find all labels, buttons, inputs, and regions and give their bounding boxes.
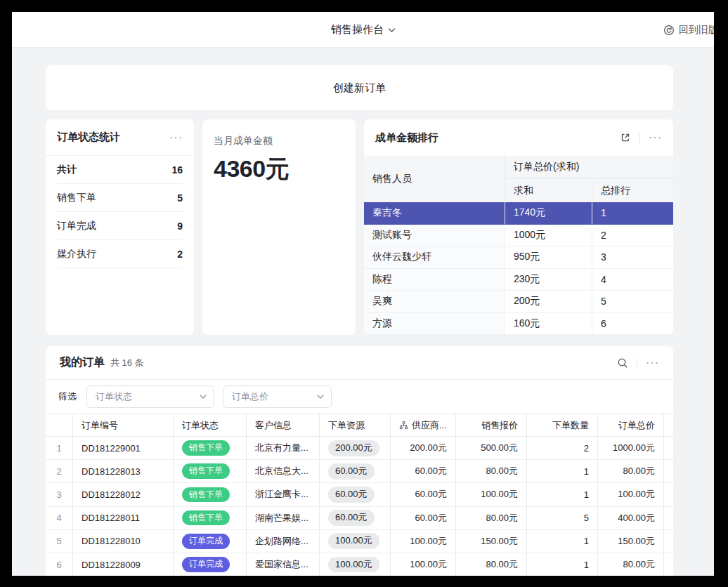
restore-icon <box>663 25 675 36</box>
orders-count: 共 16 条 <box>110 357 144 369</box>
status-row[interactable]: 共计 16 <box>57 156 183 184</box>
ranking-rank-cell: 6 <box>592 313 673 336</box>
ranking-sum-cell: 950元 <box>505 246 592 269</box>
ranking-row[interactable]: 测试账号 1000元 2 <box>364 225 673 247</box>
order-row[interactable]: 3 DD181228012 销售下单 浙江金鹰卡... 60.00元 60.00… <box>46 483 673 506</box>
order-supplier: 60.00元 <box>391 507 456 530</box>
filter-selects: 订单状态 订单总价 <box>86 385 332 408</box>
order-index: 5 <box>46 530 73 553</box>
filter-select-placeholder: 订单总价 <box>232 390 268 403</box>
open-in-new-icon <box>620 132 631 143</box>
chevron-down-icon <box>200 395 207 399</box>
ranking-person-cell: 陈程 <box>364 269 505 291</box>
order-quote: 500.00元 <box>456 437 527 460</box>
filter-select[interactable]: 订单总价 <box>223 385 332 408</box>
ranking-row[interactable]: 陈程 230元 4 <box>364 269 673 291</box>
search-button[interactable] <box>617 357 628 369</box>
order-resource-cell: 200.00元 <box>320 437 391 460</box>
order-supplier: 100.00元 <box>391 530 456 553</box>
column-resource: 下单资源 <box>320 414 391 437</box>
filter-select-placeholder: 订单状态 <box>96 390 132 403</box>
resource-badge: 60.00元 <box>328 463 375 480</box>
order-supplier: 60.00元 <box>391 460 456 483</box>
ranking-row[interactable]: 方源 160元 6 <box>364 313 673 336</box>
status-badge: 订单完成 <box>182 557 230 572</box>
order-total: 150.00元 <box>598 530 664 553</box>
create-order-button[interactable]: 创建新订单 <box>46 65 673 110</box>
order-qty: 1 <box>527 530 598 553</box>
ranking-row[interactable]: 秦吉冬 1740元 1 <box>364 202 673 225</box>
more-menu-icon[interactable]: ··· <box>649 132 662 143</box>
ranking-rank-cell: 1 <box>592 202 673 225</box>
order-customer: 企划路网络... <box>247 530 320 553</box>
screenshot-frame: 销售操作台 回到旧版 创建新订单 订单状态统计 <box>0 0 728 587</box>
order-total: 400.00元 <box>598 507 664 530</box>
order-row[interactable]: 2 DD181228013 销售下单 北京信息大... 60.00元 60.00… <box>46 460 673 483</box>
expand-button[interactable] <box>620 132 631 143</box>
order-status-widget: 订单状态统计 ··· 共计 16 销售下单 5 订单完成 9 媒介执行 2 <box>46 119 194 335</box>
order-total: 80.00元 <box>598 553 664 576</box>
status-row-label: 共计 <box>57 164 77 176</box>
divider <box>637 358 637 368</box>
orders-table-header: 订单编号 订单状态 客户信息 下单资源 供应商... <box>46 414 673 437</box>
status-row-value: 9 <box>177 220 183 232</box>
order-row[interactable]: 5 DD181228010 订单完成 企划路网络... 100.00元 100.… <box>46 530 673 553</box>
order-row[interactable]: 6 DD181228009 订单完成 爱国家信息... 100.00元 100.… <box>46 553 673 576</box>
order-index: 1 <box>46 437 73 460</box>
status-row-value: 2 <box>177 249 183 260</box>
my-orders-widget: 我的订单 共 16 条 ··· <box>46 346 673 576</box>
order-row[interactable]: 1 DD181229001 销售下单 北京有力量... 200.00元 200.… <box>46 437 673 460</box>
orders-title: 我的订单 <box>60 355 105 370</box>
order-extra <box>664 460 673 483</box>
order-status-cell: 销售下单 <box>174 437 247 460</box>
filter-select[interactable]: 订单状态 <box>86 385 214 408</box>
status-row[interactable]: 订单完成 9 <box>57 212 183 240</box>
order-row[interactable]: 4 DD181228011 销售下单 湖南芒果娱... 60.00元 60.00… <box>46 507 673 530</box>
page-title: 销售操作台 <box>331 23 384 37</box>
status-row[interactable]: 媒介执行 2 <box>57 240 183 268</box>
status-row-value: 16 <box>171 164 183 176</box>
ranking-person-cell: 测试账号 <box>364 225 505 247</box>
ranking-row[interactable]: 吴爽 200元 5 <box>364 291 673 313</box>
order-no: DD181228013 <box>73 460 174 483</box>
order-extra <box>664 507 673 530</box>
more-menu-icon[interactable]: ··· <box>169 132 183 143</box>
ranking-rank-cell: 3 <box>592 246 673 269</box>
resource-badge: 60.00元 <box>328 510 375 526</box>
order-status-cell: 订单完成 <box>174 530 247 553</box>
status-badge: 销售下单 <box>182 510 230 526</box>
status-row[interactable]: 销售下单 5 <box>57 184 183 212</box>
more-menu-icon[interactable]: ··· <box>646 357 659 369</box>
resource-badge: 100.00元 <box>328 557 379 573</box>
ranking-rank-cell: 2 <box>592 225 673 247</box>
order-customer: 爱国家信息... <box>247 553 320 576</box>
ranking-widget: 成单金额排行 ··· <box>364 119 673 335</box>
back-to-old-version-button[interactable]: 回到旧版 <box>663 12 714 48</box>
column-supplier-label: 供应商... <box>412 419 447 432</box>
order-supplier: 60.00元 <box>391 483 456 506</box>
topbar: 销售操作台 回到旧版 <box>12 12 714 48</box>
search-icon <box>617 357 628 369</box>
column-total: 订单总价 <box>598 414 664 437</box>
order-qty: 1 <box>527 483 598 506</box>
relation-icon <box>399 421 408 430</box>
workspace-switcher[interactable]: 销售操作台 <box>331 12 395 48</box>
status-row-label: 媒介执行 <box>57 248 96 260</box>
ranking-rows: 秦吉冬 1740元 1 测试账号 1000元 2 伙伴云魏少轩 950元 3 陈… <box>364 202 673 335</box>
status-badge: 销售下单 <box>182 463 230 479</box>
order-index: 3 <box>46 483 73 506</box>
ranking-rank-cell: 4 <box>592 269 673 291</box>
order-resource-cell: 60.00元 <box>320 460 391 483</box>
ranking-sum-cell: 230元 <box>505 269 592 291</box>
ranking-row[interactable]: 伙伴云魏少轩 950元 3 <box>364 246 673 269</box>
chevron-down-icon <box>388 28 395 32</box>
ranking-table-header: 销售人员 订单总价(求和) 求和 总排行 <box>364 156 673 202</box>
order-extra <box>664 437 673 460</box>
order-index: 4 <box>46 507 73 530</box>
order-customer: 北京有力量... <box>247 437 320 460</box>
ranking-sum-cell: 1000元 <box>505 225 592 247</box>
order-no: DD181228011 <box>73 507 174 530</box>
column-sum: 求和 <box>505 179 592 202</box>
order-extra <box>664 553 673 576</box>
create-order-label: 创建新订单 <box>333 81 386 95</box>
